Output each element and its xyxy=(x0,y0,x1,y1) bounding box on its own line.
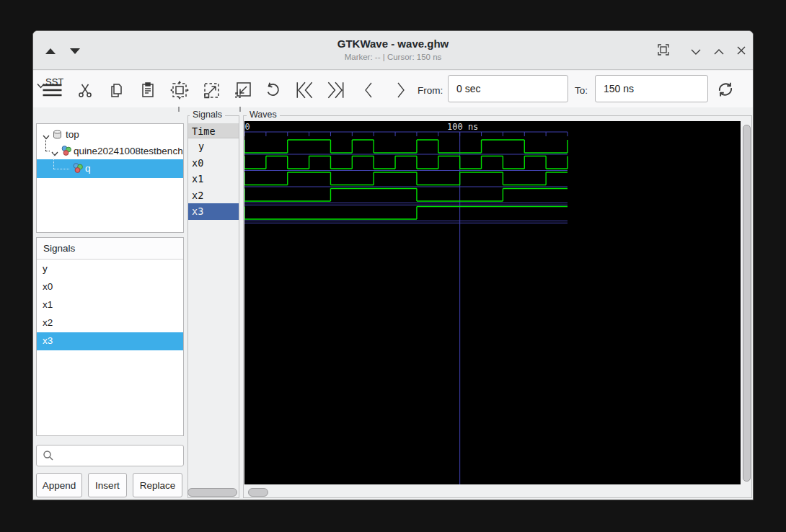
cut-icon[interactable] xyxy=(76,80,94,100)
signals-list-header[interactable]: Signals xyxy=(37,238,183,260)
paste-icon[interactable] xyxy=(139,80,156,100)
tree-guide xyxy=(53,154,54,169)
window-title: GTKWave - wave.ghw xyxy=(33,37,753,50)
to-label: To: xyxy=(575,85,588,96)
search-icon xyxy=(43,450,54,461)
zoom-fit-icon[interactable] xyxy=(169,80,190,100)
marker-cursor-status: Marker: -- | Cursor: 150 ns xyxy=(33,53,753,61)
cylinder-icon xyxy=(52,129,63,142)
signal-search-input[interactable] xyxy=(36,445,184,466)
replace-button[interactable]: Replace xyxy=(133,473,182,497)
expander-icon[interactable] xyxy=(51,148,58,159)
tree-node-top[interactable]: top xyxy=(37,126,183,143)
close-icon[interactable] xyxy=(736,45,747,56)
zoom-out-icon[interactable] xyxy=(233,80,253,100)
sst-panel-label: SST xyxy=(45,76,63,87)
toolbar: From: To: xyxy=(33,71,753,107)
signal-name-x1[interactable]: x1 xyxy=(188,171,239,187)
copy-icon[interactable] xyxy=(107,80,125,100)
skip-to-start-icon[interactable] xyxy=(294,80,316,100)
waves-frame-label: Waves xyxy=(247,110,280,120)
maximize-icon[interactable] xyxy=(713,46,725,58)
svg-text:0: 0 xyxy=(245,122,250,132)
sst-expander-icon[interactable] xyxy=(37,79,45,92)
from-label: From: xyxy=(418,85,443,96)
tree-node-testbench[interactable]: quine20241008testbench xyxy=(37,143,183,159)
pane-splitter-left[interactable] xyxy=(178,107,180,112)
titlebar[interactable]: GTKWave - wave.ghw Marker: -- | Cursor: … xyxy=(33,31,753,70)
pane-splitter-right[interactable] xyxy=(239,107,241,112)
to-input[interactable] xyxy=(595,75,708,102)
reload-icon[interactable] xyxy=(715,79,736,100)
skip-to-end-icon[interactable] xyxy=(324,80,346,100)
signal-name-y[interactable]: y xyxy=(188,138,239,155)
list-item[interactable]: x2 xyxy=(37,314,183,332)
tree-guide xyxy=(45,140,46,151)
wave-canvas[interactable]: 0100 ns xyxy=(244,121,741,484)
time-header[interactable]: Time xyxy=(188,123,239,138)
gtkwave-window: GTKWave - wave.ghw Marker: -- | Cursor: … xyxy=(32,30,754,500)
zoom-in-icon[interactable] xyxy=(201,80,221,100)
tree-node-label: top xyxy=(66,129,79,140)
tree-node-label: q xyxy=(85,163,91,174)
svg-text:100 ns: 100 ns xyxy=(447,122,478,132)
module-spheres-icon xyxy=(61,145,72,159)
list-item-selected[interactable]: x3 xyxy=(37,332,183,350)
tree-node-label: quine20241008testbench xyxy=(74,146,183,156)
list-item[interactable]: y xyxy=(37,260,183,278)
signal-name-x0[interactable]: x0 xyxy=(188,155,239,172)
step-left-icon[interactable] xyxy=(361,80,378,100)
signals-hscrollbar-thumb[interactable] xyxy=(187,488,237,497)
waves-hscrollbar-thumb[interactable] xyxy=(248,488,268,497)
waves-vscrollbar-thumb[interactable] xyxy=(743,125,751,482)
sst-tree[interactable]: top quine20241008testbench xyxy=(36,123,184,233)
append-button[interactable]: Append xyxy=(36,473,82,497)
module-spheres-icon xyxy=(72,162,84,176)
step-right-icon[interactable] xyxy=(392,80,409,100)
from-input[interactable] xyxy=(448,75,568,102)
sst-signals-list: Signals y x0 x1 x2 x3 xyxy=(36,237,184,436)
list-item[interactable]: x0 xyxy=(37,278,183,296)
signal-name-x3-selected[interactable]: x3 xyxy=(188,203,239,220)
insert-button[interactable]: Insert xyxy=(88,473,127,497)
expander-icon[interactable] xyxy=(43,131,50,142)
fullscreen-icon[interactable] xyxy=(658,44,669,56)
signals-frame-label: Signals xyxy=(190,110,225,120)
tree-node-q[interactable]: q xyxy=(37,159,183,178)
tree-guide xyxy=(53,169,69,169)
signals-frame: Signals Time y x0 x1 x2 x3 xyxy=(187,115,239,498)
minimize-icon[interactable] xyxy=(690,46,702,58)
signal-name-x2[interactable]: x2 xyxy=(188,187,239,204)
undo-icon[interactable] xyxy=(263,80,282,100)
tree-guide xyxy=(45,151,50,151)
list-item[interactable]: x1 xyxy=(37,296,183,314)
